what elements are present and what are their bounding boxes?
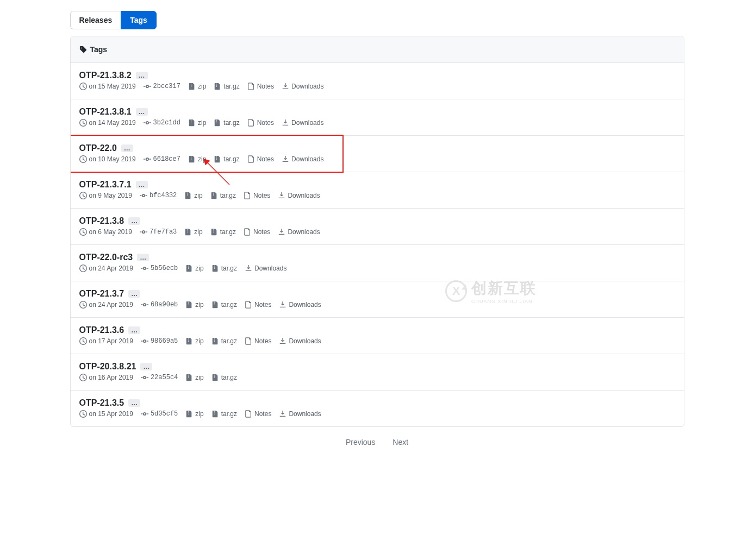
zip-link[interactable]: zip [185,301,203,309]
zip-link[interactable]: zip [185,265,203,272]
commit-link-label: 68a90eb [151,301,178,309]
tag-name-link[interactable]: OTP-22.0 [79,143,117,153]
notes-link[interactable]: Notes [245,301,271,309]
tag-date: on 15 May 2019 [79,83,136,90]
downloads-link[interactable]: Downloads [245,265,286,272]
tag-date-icon [79,265,87,272]
notes-link-label: Notes [257,119,274,127]
zip-link-label: zip [194,228,202,236]
ellipsis-button[interactable]: … [137,254,149,261]
targz-link-icon [210,192,218,199]
tab-tags[interactable]: Tags [121,11,157,29]
ellipsis-button[interactable]: … [136,72,148,79]
pagination-prev[interactable]: Previous [346,438,375,446]
tag-name-link[interactable]: OTP-21.3.6 [79,325,124,335]
downloads-link[interactable]: Downloads [282,119,323,127]
downloads-link[interactable]: Downloads [278,192,320,199]
commit-link-label: 3b2c1dd [153,119,180,127]
ellipsis-button[interactable]: … [136,181,148,188]
commit-link-icon [141,374,148,381]
targz-link[interactable]: tar.gz [211,374,237,381]
targz-link[interactable]: tar.gz [214,119,239,127]
notes-link[interactable]: Notes [244,228,270,236]
targz-link-label: tar.gz [221,337,237,345]
zip-link[interactable]: zip [185,374,203,381]
zip-link[interactable]: zip [188,83,206,90]
targz-link[interactable]: tar.gz [211,337,237,345]
notes-link[interactable]: Notes [247,155,274,163]
pagination: Previous Next [70,427,684,463]
tag-name-link[interactable]: OTP-21.3.8.1 [79,107,132,117]
targz-link[interactable]: tar.gz [211,265,237,272]
zip-link-icon [185,410,193,418]
ellipsis-button[interactable]: … [140,363,152,370]
tag-name-link[interactable]: OTP-21.3.7 [79,289,124,299]
ellipsis-button[interactable]: … [128,217,140,225]
targz-link-icon [211,265,219,272]
targz-link[interactable]: tar.gz [210,228,236,236]
commit-link[interactable]: 5d05cf5 [141,410,178,418]
ellipsis-button[interactable]: … [128,399,140,407]
targz-link[interactable]: tar.gz [211,301,237,309]
notes-link-label: Notes [254,301,271,309]
commit-link[interactable]: 3b2c1dd [144,119,180,127]
ellipsis-button[interactable]: … [136,108,148,116]
commit-link[interactable]: 2bcc317 [144,83,180,90]
notes-link[interactable]: Notes [247,83,274,90]
commit-link[interactable]: 5b56ecb [141,265,178,272]
tag-meta: on 24 Apr 20195b56ecbziptar.gzDownloads [79,265,675,272]
tag-meta: on 17 Apr 201998669a5ziptar.gzNotesDownl… [79,337,675,345]
zip-link-label: zip [198,119,206,127]
ellipsis-button[interactable]: … [128,290,140,298]
downloads-link[interactable]: Downloads [282,83,323,90]
tag-name-link[interactable]: OTP-21.3.8.2 [79,71,132,80]
targz-link[interactable]: tar.gz [214,155,239,163]
downloads-link[interactable]: Downloads [279,337,321,345]
tag-date-icon [79,83,87,90]
targz-link[interactable]: tar.gz [210,192,236,199]
tag-name-link[interactable]: OTP-21.3.8 [79,216,124,226]
tag-name-link[interactable]: OTP-22.0-rc3 [79,253,133,262]
zip-link[interactable]: zip [188,119,206,127]
zip-link[interactable]: zip [184,228,202,236]
commit-link[interactable]: 22a55c4 [141,374,178,381]
tag-name-link[interactable]: OTP-21.3.7.1 [79,180,132,190]
targz-link[interactable]: tar.gz [211,410,237,418]
commit-link-label: 22a55c4 [151,374,178,381]
commit-link[interactable]: 6618ce7 [144,155,180,163]
tag-row: OTP-21.3.8.1…on 14 May 20193b2c1ddziptar… [71,99,684,136]
notes-link[interactable]: Notes [245,410,271,418]
tag-date-icon [79,374,87,381]
downloads-link-label: Downloads [291,155,323,163]
zip-link-label: zip [198,155,206,163]
zip-link[interactable]: zip [185,410,203,418]
notes-link[interactable]: Notes [244,192,270,199]
tab-releases[interactable]: Releases [70,11,121,29]
tag-name-link[interactable]: OTP-20.3.8.21 [79,362,136,372]
ellipsis-button[interactable]: … [121,144,133,152]
commit-link-label: 2bcc317 [153,83,180,90]
notes-link[interactable]: Notes [247,119,274,127]
commit-link[interactable]: 7fe7fa3 [140,228,177,236]
commit-link[interactable]: bfc4332 [140,192,177,199]
commit-link[interactable]: 98669a5 [141,337,178,345]
targz-link[interactable]: tar.gz [214,83,239,90]
downloads-link[interactable]: Downloads [282,155,323,163]
targz-link-icon [211,301,219,309]
zip-link-label: zip [195,301,203,309]
notes-link-icon [247,155,255,163]
commit-link-label: 5b56ecb [151,265,178,272]
commit-link[interactable]: 68a90eb [141,301,178,309]
notes-link[interactable]: Notes [245,337,271,345]
zip-link[interactable]: zip [185,337,203,345]
downloads-link[interactable]: Downloads [278,228,320,236]
downloads-link[interactable]: Downloads [279,301,321,309]
tag-name-link[interactable]: OTP-21.3.5 [79,398,124,408]
svg-point-7 [144,304,146,306]
svg-point-6 [144,267,146,269]
zip-link[interactable]: zip [188,155,206,163]
ellipsis-button[interactable]: … [128,326,140,334]
zip-link[interactable]: zip [184,192,202,199]
pagination-next[interactable]: Next [392,438,408,446]
downloads-link[interactable]: Downloads [279,410,321,418]
